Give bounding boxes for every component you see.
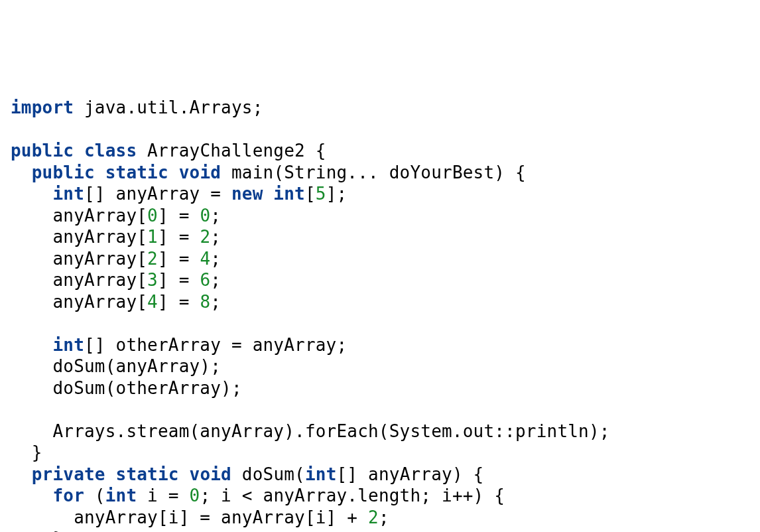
number: 6 — [200, 270, 210, 290]
code-line: } — [11, 442, 42, 462]
code-text: ; — [210, 270, 221, 290]
code-text: Arrays.stream(anyArray).forEach(System.o… — [52, 421, 609, 441]
number: 2 — [368, 507, 379, 527]
code-text: } — [52, 529, 63, 532]
keyword: for — [52, 486, 84, 505]
number: 2 — [200, 227, 210, 247]
code-text: ; i < anyArray.length; i++) { — [200, 486, 505, 505]
keyword: import — [11, 98, 74, 117]
code-line: anyArray[2] = 4; — [11, 249, 221, 269]
code-line: import java.util.Arrays; — [11, 98, 263, 117]
code-text: [] anyArray) { — [337, 464, 484, 484]
code-line: private static void doSum(int[] anyArray… — [11, 464, 483, 484]
number: 5 — [316, 184, 326, 204]
number: 0 — [200, 206, 210, 226]
keyword: public — [32, 163, 95, 182]
keyword: void — [190, 464, 231, 484]
keyword: new — [231, 184, 263, 204]
keyword: static — [116, 464, 179, 484]
code-text: anyArray[ — [52, 270, 147, 290]
number: 3 — [147, 270, 158, 290]
code-line: } — [11, 529, 63, 532]
code-text: anyArray[ — [52, 249, 147, 269]
code-line: anyArray[0] = 0; — [11, 206, 221, 226]
code-text: doSum(anyArray); — [52, 356, 221, 376]
number: 4 — [147, 292, 158, 312]
code-text: doSum(otherArray); — [52, 378, 241, 398]
code-text: anyArray[ — [52, 292, 147, 312]
code-text: ArrayChallenge2 { — [137, 141, 326, 161]
code-line: doSum(otherArray); — [11, 378, 242, 398]
code-text: anyArray[ — [52, 227, 147, 247]
code-line: public static void main(String... doYour… — [11, 163, 526, 182]
code-text: ; — [379, 507, 389, 527]
code-line: anyArray[i] = anyArray[i] + 2; — [11, 507, 389, 527]
code-line: Arrays.stream(anyArray).forEach(System.o… — [11, 421, 610, 441]
code-text: [] anyArray = — [84, 184, 231, 204]
code-line: public class ArrayChallenge2 { — [11, 141, 326, 161]
code-text: [] otherArray = anyArray; — [84, 335, 347, 355]
code-text: ] = — [158, 249, 200, 269]
code-text: ]; — [326, 184, 348, 204]
code-line: anyArray[1] = 2; — [11, 227, 221, 247]
keyword: private — [32, 464, 105, 484]
number: 0 — [147, 206, 158, 226]
code-text: main(String... doYourBest) { — [221, 163, 526, 182]
code-text: ] = — [158, 206, 200, 226]
type: int — [273, 184, 305, 204]
code-text: ] = — [158, 227, 200, 247]
code-text: ] = — [158, 292, 200, 312]
code-text: ; — [210, 227, 221, 247]
keyword: static — [105, 163, 168, 182]
number: 0 — [190, 486, 200, 505]
code-line: anyArray[3] = 6; — [11, 270, 221, 290]
code-block: import java.util.Arrays; public class Ar… — [11, 97, 749, 532]
code-line: doSum(anyArray); — [11, 356, 221, 376]
code-text: java.util.Arrays; — [74, 98, 263, 117]
code-text: } — [32, 442, 42, 462]
code-text: ( — [84, 486, 105, 505]
type: int — [105, 486, 137, 505]
code-text: ; — [210, 249, 221, 269]
code-line: anyArray[4] = 8; — [11, 292, 221, 312]
type: int — [52, 335, 84, 355]
keyword: public — [11, 141, 74, 161]
code-text: i = — [137, 486, 189, 505]
keyword: class — [84, 141, 137, 161]
code-line: for (int i = 0; i < anyArray.length; i++… — [11, 486, 505, 505]
type: int — [52, 184, 84, 204]
keyword: void — [179, 163, 221, 182]
code-text: doSum( — [231, 464, 305, 484]
code-text: ; — [210, 206, 221, 226]
number: 4 — [200, 249, 210, 269]
code-text: anyArray[i] = anyArray[i] + — [74, 507, 368, 527]
code-text: anyArray[ — [52, 206, 147, 226]
code-text: ; — [210, 292, 221, 312]
number: 8 — [200, 292, 210, 312]
code-line: int[] anyArray = new int[5]; — [11, 184, 347, 204]
code-text: [ — [305, 184, 316, 204]
type: int — [305, 464, 337, 484]
code-text: ] = — [158, 270, 200, 290]
number: 1 — [147, 227, 158, 247]
number: 2 — [147, 249, 158, 269]
code-line: int[] otherArray = anyArray; — [11, 335, 347, 355]
